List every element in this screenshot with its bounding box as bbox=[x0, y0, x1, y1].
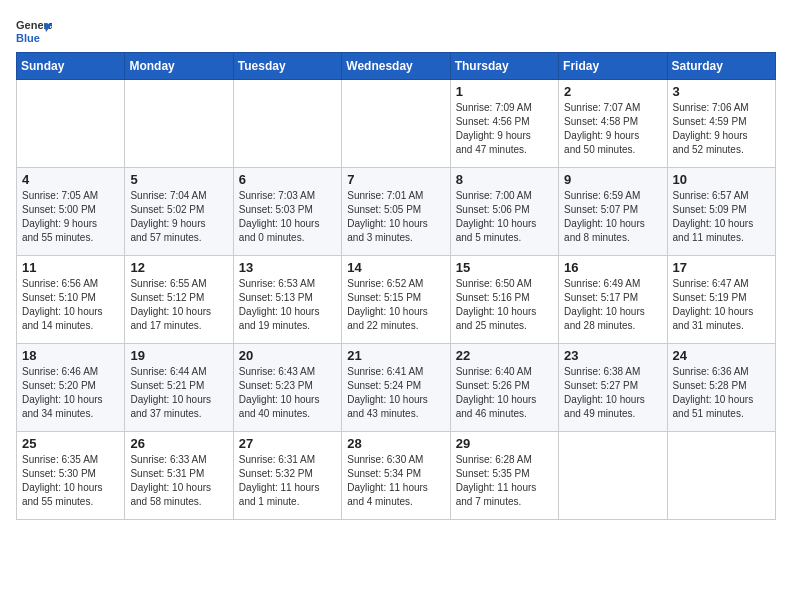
day-number: 15 bbox=[456, 260, 553, 275]
day-number: 7 bbox=[347, 172, 444, 187]
day-info: Sunrise: 7:05 AM Sunset: 5:00 PM Dayligh… bbox=[22, 189, 119, 245]
day-number: 5 bbox=[130, 172, 227, 187]
day-cell bbox=[17, 80, 125, 168]
day-cell: 20Sunrise: 6:43 AM Sunset: 5:23 PM Dayli… bbox=[233, 344, 341, 432]
day-cell: 14Sunrise: 6:52 AM Sunset: 5:15 PM Dayli… bbox=[342, 256, 450, 344]
day-cell: 6Sunrise: 7:03 AM Sunset: 5:03 PM Daylig… bbox=[233, 168, 341, 256]
svg-text:Blue: Blue bbox=[16, 32, 40, 44]
day-number: 8 bbox=[456, 172, 553, 187]
day-cell: 23Sunrise: 6:38 AM Sunset: 5:27 PM Dayli… bbox=[559, 344, 667, 432]
day-number: 18 bbox=[22, 348, 119, 363]
day-number: 10 bbox=[673, 172, 770, 187]
day-number: 17 bbox=[673, 260, 770, 275]
header: General Blue bbox=[16, 16, 776, 44]
day-number: 20 bbox=[239, 348, 336, 363]
week-row-3: 11Sunrise: 6:56 AM Sunset: 5:10 PM Dayli… bbox=[17, 256, 776, 344]
day-number: 2 bbox=[564, 84, 661, 99]
day-cell: 25Sunrise: 6:35 AM Sunset: 5:30 PM Dayli… bbox=[17, 432, 125, 520]
day-cell: 4Sunrise: 7:05 AM Sunset: 5:00 PM Daylig… bbox=[17, 168, 125, 256]
day-cell: 29Sunrise: 6:28 AM Sunset: 5:35 PM Dayli… bbox=[450, 432, 558, 520]
week-row-1: 1Sunrise: 7:09 AM Sunset: 4:56 PM Daylig… bbox=[17, 80, 776, 168]
day-cell: 21Sunrise: 6:41 AM Sunset: 5:24 PM Dayli… bbox=[342, 344, 450, 432]
day-number: 1 bbox=[456, 84, 553, 99]
day-cell: 13Sunrise: 6:53 AM Sunset: 5:13 PM Dayli… bbox=[233, 256, 341, 344]
day-cell bbox=[559, 432, 667, 520]
day-cell: 26Sunrise: 6:33 AM Sunset: 5:31 PM Dayli… bbox=[125, 432, 233, 520]
day-cell bbox=[342, 80, 450, 168]
day-cell bbox=[233, 80, 341, 168]
day-info: Sunrise: 6:46 AM Sunset: 5:20 PM Dayligh… bbox=[22, 365, 119, 421]
day-number: 23 bbox=[564, 348, 661, 363]
day-number: 12 bbox=[130, 260, 227, 275]
day-cell: 15Sunrise: 6:50 AM Sunset: 5:16 PM Dayli… bbox=[450, 256, 558, 344]
day-cell: 19Sunrise: 6:44 AM Sunset: 5:21 PM Dayli… bbox=[125, 344, 233, 432]
day-info: Sunrise: 7:07 AM Sunset: 4:58 PM Dayligh… bbox=[564, 101, 661, 157]
day-cell: 11Sunrise: 6:56 AM Sunset: 5:10 PM Dayli… bbox=[17, 256, 125, 344]
day-number: 21 bbox=[347, 348, 444, 363]
day-cell: 1Sunrise: 7:09 AM Sunset: 4:56 PM Daylig… bbox=[450, 80, 558, 168]
day-info: Sunrise: 6:57 AM Sunset: 5:09 PM Dayligh… bbox=[673, 189, 770, 245]
col-header-sunday: Sunday bbox=[17, 53, 125, 80]
day-cell: 24Sunrise: 6:36 AM Sunset: 5:28 PM Dayli… bbox=[667, 344, 775, 432]
day-info: Sunrise: 6:52 AM Sunset: 5:15 PM Dayligh… bbox=[347, 277, 444, 333]
day-cell: 28Sunrise: 6:30 AM Sunset: 5:34 PM Dayli… bbox=[342, 432, 450, 520]
day-info: Sunrise: 6:33 AM Sunset: 5:31 PM Dayligh… bbox=[130, 453, 227, 509]
day-cell: 12Sunrise: 6:55 AM Sunset: 5:12 PM Dayli… bbox=[125, 256, 233, 344]
day-number: 19 bbox=[130, 348, 227, 363]
col-header-friday: Friday bbox=[559, 53, 667, 80]
day-cell: 9Sunrise: 6:59 AM Sunset: 5:07 PM Daylig… bbox=[559, 168, 667, 256]
day-number: 16 bbox=[564, 260, 661, 275]
day-info: Sunrise: 6:56 AM Sunset: 5:10 PM Dayligh… bbox=[22, 277, 119, 333]
day-info: Sunrise: 6:44 AM Sunset: 5:21 PM Dayligh… bbox=[130, 365, 227, 421]
day-info: Sunrise: 7:00 AM Sunset: 5:06 PM Dayligh… bbox=[456, 189, 553, 245]
day-cell: 8Sunrise: 7:00 AM Sunset: 5:06 PM Daylig… bbox=[450, 168, 558, 256]
calendar-table: SundayMondayTuesdayWednesdayThursdayFrid… bbox=[16, 52, 776, 520]
day-info: Sunrise: 6:38 AM Sunset: 5:27 PM Dayligh… bbox=[564, 365, 661, 421]
day-info: Sunrise: 6:47 AM Sunset: 5:19 PM Dayligh… bbox=[673, 277, 770, 333]
logo: General Blue bbox=[16, 16, 52, 44]
day-cell: 16Sunrise: 6:49 AM Sunset: 5:17 PM Dayli… bbox=[559, 256, 667, 344]
day-cell: 17Sunrise: 6:47 AM Sunset: 5:19 PM Dayli… bbox=[667, 256, 775, 344]
day-info: Sunrise: 6:40 AM Sunset: 5:26 PM Dayligh… bbox=[456, 365, 553, 421]
day-info: Sunrise: 6:59 AM Sunset: 5:07 PM Dayligh… bbox=[564, 189, 661, 245]
day-info: Sunrise: 7:04 AM Sunset: 5:02 PM Dayligh… bbox=[130, 189, 227, 245]
day-info: Sunrise: 7:01 AM Sunset: 5:05 PM Dayligh… bbox=[347, 189, 444, 245]
day-info: Sunrise: 6:36 AM Sunset: 5:28 PM Dayligh… bbox=[673, 365, 770, 421]
logo-icon: General Blue bbox=[16, 16, 52, 44]
day-number: 25 bbox=[22, 436, 119, 451]
day-cell: 5Sunrise: 7:04 AM Sunset: 5:02 PM Daylig… bbox=[125, 168, 233, 256]
day-info: Sunrise: 6:55 AM Sunset: 5:12 PM Dayligh… bbox=[130, 277, 227, 333]
col-header-monday: Monday bbox=[125, 53, 233, 80]
week-row-2: 4Sunrise: 7:05 AM Sunset: 5:00 PM Daylig… bbox=[17, 168, 776, 256]
day-info: Sunrise: 6:50 AM Sunset: 5:16 PM Dayligh… bbox=[456, 277, 553, 333]
day-number: 3 bbox=[673, 84, 770, 99]
day-number: 26 bbox=[130, 436, 227, 451]
day-number: 24 bbox=[673, 348, 770, 363]
day-info: Sunrise: 7:09 AM Sunset: 4:56 PM Dayligh… bbox=[456, 101, 553, 157]
col-header-tuesday: Tuesday bbox=[233, 53, 341, 80]
day-cell: 7Sunrise: 7:01 AM Sunset: 5:05 PM Daylig… bbox=[342, 168, 450, 256]
day-info: Sunrise: 6:49 AM Sunset: 5:17 PM Dayligh… bbox=[564, 277, 661, 333]
day-info: Sunrise: 6:30 AM Sunset: 5:34 PM Dayligh… bbox=[347, 453, 444, 509]
day-number: 6 bbox=[239, 172, 336, 187]
day-cell: 22Sunrise: 6:40 AM Sunset: 5:26 PM Dayli… bbox=[450, 344, 558, 432]
day-cell bbox=[125, 80, 233, 168]
day-info: Sunrise: 6:53 AM Sunset: 5:13 PM Dayligh… bbox=[239, 277, 336, 333]
day-cell: 3Sunrise: 7:06 AM Sunset: 4:59 PM Daylig… bbox=[667, 80, 775, 168]
day-info: Sunrise: 7:06 AM Sunset: 4:59 PM Dayligh… bbox=[673, 101, 770, 157]
day-cell: 18Sunrise: 6:46 AM Sunset: 5:20 PM Dayli… bbox=[17, 344, 125, 432]
day-info: Sunrise: 6:41 AM Sunset: 5:24 PM Dayligh… bbox=[347, 365, 444, 421]
day-number: 29 bbox=[456, 436, 553, 451]
day-info: Sunrise: 7:03 AM Sunset: 5:03 PM Dayligh… bbox=[239, 189, 336, 245]
day-cell: 10Sunrise: 6:57 AM Sunset: 5:09 PM Dayli… bbox=[667, 168, 775, 256]
day-cell bbox=[667, 432, 775, 520]
day-number: 14 bbox=[347, 260, 444, 275]
day-number: 22 bbox=[456, 348, 553, 363]
day-number: 4 bbox=[22, 172, 119, 187]
header-row: SundayMondayTuesdayWednesdayThursdayFrid… bbox=[17, 53, 776, 80]
day-cell: 27Sunrise: 6:31 AM Sunset: 5:32 PM Dayli… bbox=[233, 432, 341, 520]
day-cell: 2Sunrise: 7:07 AM Sunset: 4:58 PM Daylig… bbox=[559, 80, 667, 168]
week-row-4: 18Sunrise: 6:46 AM Sunset: 5:20 PM Dayli… bbox=[17, 344, 776, 432]
day-number: 27 bbox=[239, 436, 336, 451]
day-info: Sunrise: 6:35 AM Sunset: 5:30 PM Dayligh… bbox=[22, 453, 119, 509]
